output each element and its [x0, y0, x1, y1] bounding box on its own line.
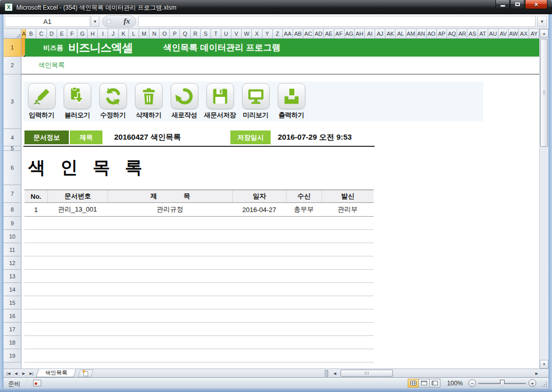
row-header[interactable]: 7	[4, 185, 21, 203]
column-header[interactable]: E	[57, 29, 67, 39]
input-button[interactable]: 입력하기	[24, 83, 59, 120]
column-header[interactable]: B	[26, 29, 36, 39]
column-header[interactable]: AH	[355, 29, 365, 39]
column-header[interactable]: M	[139, 29, 149, 39]
column-header[interactable]: F	[67, 29, 77, 39]
first-sheet-button[interactable]: |◀	[5, 370, 12, 377]
window-resize-grip[interactable]	[541, 381, 547, 387]
column-header[interactable]: AS	[467, 29, 478, 39]
column-header[interactable]: AO	[427, 29, 437, 39]
new-button[interactable]: 새로작성	[167, 83, 201, 120]
column-header[interactable]: U	[221, 29, 231, 39]
column-header[interactable]: AM	[406, 29, 416, 39]
column-header[interactable]: AG	[345, 29, 355, 39]
worksheet-grid[interactable]: 비즈폼 비즈니스엑셀 색인목록 데이터관리 프로그램 색인목록 입력하기 불러오…	[21, 39, 539, 369]
column-header[interactable]: C	[36, 29, 46, 39]
preview-button[interactable]: 미리보기	[239, 83, 273, 120]
scroll-left-arrow[interactable]: ◀	[331, 370, 339, 377]
row-header[interactable]: 10	[4, 230, 21, 243]
scroll-down-arrow[interactable]: ▼	[540, 360, 548, 369]
column-header[interactable]: N	[149, 29, 160, 39]
zoom-in-button[interactable]: +	[529, 379, 536, 387]
next-sheet-button[interactable]: ▶	[20, 370, 27, 377]
column-header[interactable]: AL	[396, 29, 406, 39]
row-header[interactable]: 16	[4, 309, 21, 323]
page-layout-view-button[interactable]	[418, 379, 430, 387]
column-header[interactable]: AT	[478, 29, 488, 39]
delete-button[interactable]: 삭제하기	[132, 83, 166, 120]
row-header[interactable]: 5	[4, 146, 21, 151]
column-header[interactable]: AR	[457, 29, 467, 39]
active-sheet-tab[interactable]: 색인목록	[36, 369, 76, 377]
column-header[interactable]: AN	[416, 29, 427, 39]
row-header[interactable]: 12	[4, 256, 21, 270]
row-header[interactable]: 19	[4, 349, 21, 362]
selected-cell-a1[interactable]	[21, 39, 25, 57]
fx-icon[interactable]: fx	[124, 17, 130, 25]
column-header[interactable]: Y	[262, 29, 273, 39]
column-header[interactable]: AX	[519, 29, 529, 39]
row-header[interactable]: 9	[4, 217, 21, 230]
insert-worksheet-tab[interactable]	[78, 370, 94, 377]
select-all-corner[interactable]	[4, 29, 21, 39]
column-header[interactable]: L	[129, 29, 139, 39]
column-header[interactable]: AP	[437, 29, 447, 39]
scroll-up-arrow[interactable]: ▲	[540, 29, 548, 38]
column-header[interactable]: P	[170, 29, 180, 39]
insert-function-area[interactable]: fx	[102, 15, 136, 28]
last-sheet-button[interactable]: ▶|	[28, 370, 35, 377]
edit-button[interactable]: 수정하기	[96, 83, 130, 120]
column-header[interactable]: W	[242, 29, 252, 39]
prev-sheet-button[interactable]: ◀	[13, 370, 19, 377]
save-as-button[interactable]: 새문서저장	[203, 83, 237, 120]
row-header[interactable]: 2	[4, 57, 21, 74]
row-header[interactable]: 1	[4, 39, 21, 57]
zoom-slider-thumb[interactable]	[500, 380, 505, 386]
name-box-dropdown[interactable]: ▼	[91, 16, 99, 27]
column-header[interactable]: Q	[180, 29, 190, 39]
print-button[interactable]: 출력하기	[274, 83, 308, 120]
column-header[interactable]: X	[252, 29, 262, 39]
column-header[interactable]: AF	[334, 29, 345, 39]
vertical-scrollbar[interactable]: ▲ ▼	[539, 29, 548, 369]
column-header[interactable]: A	[21, 29, 26, 39]
column-header[interactable]: AC	[303, 29, 313, 39]
macro-record-icon[interactable]	[33, 380, 41, 386]
zoom-out-button[interactable]: −	[468, 379, 476, 387]
row-header[interactable]: 13	[4, 270, 21, 283]
minimize-button[interactable]	[495, 0, 510, 9]
cell-name-box[interactable]: A1	[5, 16, 90, 27]
column-header[interactable]: O	[160, 29, 170, 39]
column-header[interactable]: G	[77, 29, 88, 39]
column-header[interactable]: AA	[283, 29, 293, 39]
column-header[interactable]: Z	[273, 29, 283, 39]
horizontal-scroll-thumb[interactable]	[340, 370, 393, 377]
column-header[interactable]: AY	[529, 29, 539, 39]
column-header[interactable]: AW	[509, 29, 519, 39]
column-header[interactable]: AQ	[447, 29, 457, 39]
row-header[interactable]: 14	[4, 283, 21, 296]
row-header[interactable]: 4	[4, 129, 21, 146]
column-header[interactable]: T	[211, 29, 221, 39]
column-header[interactable]: I	[98, 29, 108, 39]
row-header[interactable]: 6	[4, 151, 21, 185]
column-header[interactable]: AJ	[375, 29, 385, 39]
formula-bar-expand[interactable]: ▼	[537, 16, 547, 27]
column-header[interactable]: AI	[365, 29, 375, 39]
column-header[interactable]: AB	[293, 29, 303, 39]
column-header[interactable]: J	[108, 29, 118, 39]
normal-view-button[interactable]	[408, 379, 419, 387]
row-header[interactable]: 11	[4, 243, 21, 256]
tab-split-handle[interactable]	[325, 370, 328, 377]
column-header[interactable]: K	[119, 29, 129, 39]
column-header[interactable]: AV	[498, 29, 509, 39]
close-button[interactable]: ×	[525, 0, 547, 9]
column-header[interactable]: D	[47, 29, 57, 39]
row-header[interactable]: 17	[4, 323, 21, 336]
column-header[interactable]: AU	[488, 29, 498, 39]
page-break-view-button[interactable]	[429, 379, 440, 387]
vertical-scroll-thumb[interactable]	[540, 39, 548, 147]
column-header[interactable]: S	[201, 29, 211, 39]
maximize-button[interactable]	[510, 0, 524, 9]
column-header[interactable]: H	[88, 29, 98, 39]
